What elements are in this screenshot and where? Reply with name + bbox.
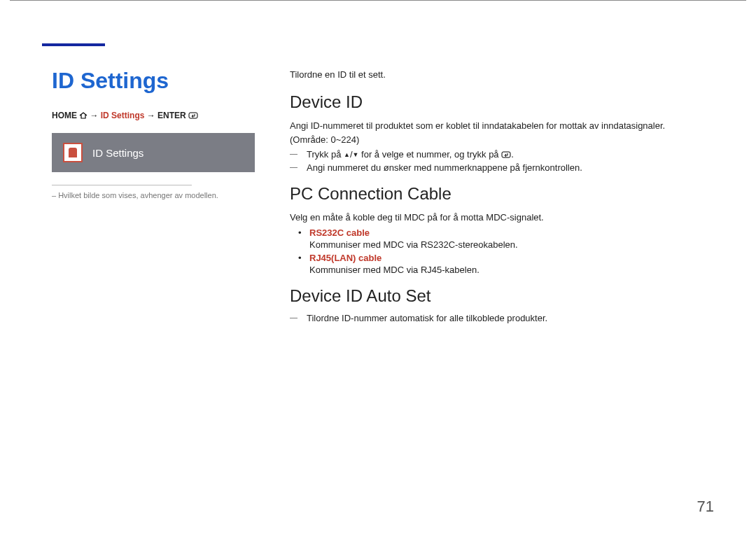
divider: [52, 185, 192, 185]
intro-text: Tilordne en ID til et sett.: [290, 69, 704, 80]
page-container: ID Settings HOME → ID Settings → ENTER I…: [10, 0, 746, 363]
menu-card: ID Settings: [52, 133, 255, 172]
option-rs232c: RS232C cable: [309, 227, 370, 238]
device-id-body: Angi ID-nummeret til produktet som er ko…: [290, 119, 704, 146]
breadcrumb-home: HOME: [52, 111, 77, 120]
pc-cable-options: RS232C cable Kommuniser med MDC via RS23…: [290, 227, 704, 275]
li-text: .: [511, 149, 514, 160]
list-item: Angi nummeret du ønsker med nummerknappe…: [304, 162, 704, 173]
breadcrumb: HOME → ID Settings → ENTER: [52, 111, 262, 120]
id-card-icon: [63, 143, 83, 162]
breadcrumb-enter: ENTER: [158, 111, 186, 120]
section-heading-device-id: Device ID: [290, 92, 704, 112]
li-text: for å velge et nummer, og trykk på: [358, 149, 501, 160]
section-heading-pc-cable: PC Connection Cable: [290, 184, 704, 204]
list-item: Tilordne ID-nummer automatisk for alle t…: [304, 313, 704, 323]
page-number: 71: [697, 498, 714, 516]
accent-bar: [42, 43, 105, 46]
model-note: – Hvilket bilde som vises, avhenger av m…: [52, 191, 262, 199]
enter-icon: [188, 112, 198, 120]
option-rs232c-desc: Kommuniser med MDC via RS232C-stereokabe…: [309, 238, 704, 250]
enter-icon: [501, 149, 511, 160]
device-id-list: Trykk på ▲/▼ for å velge et nummer, og t…: [290, 149, 704, 173]
home-icon: [79, 112, 90, 120]
list-item: Trykk på ▲/▼ for å velge et nummer, og t…: [304, 149, 704, 160]
list-item: RJ45(LAN) cable Kommuniser med MDC via R…: [309, 253, 704, 275]
option-rj45-desc: Kommuniser med MDC via RJ45-kabelen.: [309, 263, 704, 275]
menu-card-label: ID Settings: [92, 147, 144, 159]
page-title: ID Settings: [52, 68, 262, 94]
option-rj45: RJ45(LAN) cable: [309, 253, 382, 263]
left-column: ID Settings HOME → ID Settings → ENTER I…: [52, 50, 290, 335]
breadcrumb-idsettings: ID Settings: [101, 111, 145, 120]
right-column: Tilordne en ID til et sett. Device ID An…: [290, 50, 704, 335]
section-heading-auto-set: Device ID Auto Set: [290, 286, 704, 306]
breadcrumb-arrow: →: [147, 111, 155, 120]
list-item: RS232C cable Kommuniser med MDC via RS23…: [309, 227, 704, 250]
li-text: Trykk på: [307, 149, 344, 160]
pc-cable-body: Velg en måte å koble deg til MDC på for …: [290, 211, 704, 225]
breadcrumb-arrow: →: [90, 111, 98, 120]
up-triangle-icon: ▲: [344, 151, 350, 158]
auto-set-list: Tilordne ID-nummer automatisk for alle t…: [290, 313, 704, 323]
